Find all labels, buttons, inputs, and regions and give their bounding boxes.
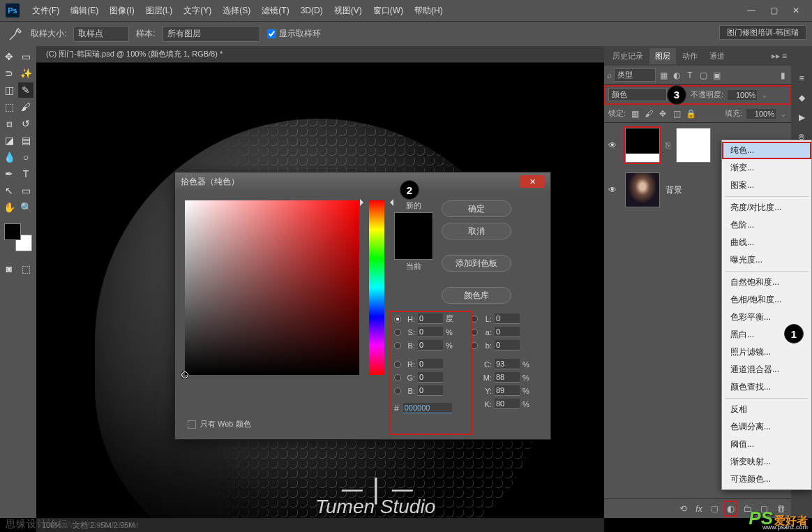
panel-menu-icon[interactable]: ▸▸ ≡ bbox=[772, 51, 787, 61]
field-k[interactable] bbox=[495, 399, 520, 409]
menu-file[interactable]: 文件(F) bbox=[27, 5, 65, 17]
fx-icon[interactable]: fx bbox=[696, 503, 702, 514]
lasso-tool[interactable]: ⊃ bbox=[1, 66, 17, 81]
lock-all-icon[interactable]: 🔒 bbox=[686, 109, 696, 119]
hue-slider-handle[interactable] bbox=[366, 199, 388, 202]
adj-menu-item[interactable]: 亮度/对比度... bbox=[722, 199, 811, 216]
move-tool[interactable]: ✥ bbox=[1, 49, 17, 64]
blur-tool[interactable]: 💧 bbox=[1, 149, 17, 165]
show-ring-input[interactable] bbox=[267, 29, 276, 38]
marquee-tool[interactable]: ▭ bbox=[18, 49, 33, 64]
layer-mask-thumb[interactable] bbox=[676, 128, 711, 163]
collapsed-icon-3[interactable]: ▶ bbox=[795, 110, 809, 124]
mask-icon[interactable]: ◻ bbox=[711, 503, 719, 514]
field-y[interactable] bbox=[495, 385, 520, 396]
tab-history[interactable]: 历史记录 bbox=[607, 48, 649, 64]
collapsed-icon-1[interactable]: ≡ bbox=[795, 71, 809, 85]
opacity-field[interactable] bbox=[728, 90, 757, 100]
hand-tool[interactable]: ✋ bbox=[1, 200, 17, 215]
adj-menu-item[interactable]: 阈值... bbox=[722, 436, 811, 453]
web-only-checkbox[interactable]: 只有 Web 颜色 bbox=[188, 419, 251, 429]
menu-select[interactable]: 选择(S) bbox=[217, 5, 256, 17]
filter-smart-icon[interactable]: ▣ bbox=[711, 70, 722, 81]
shape-tool[interactable]: ▭ bbox=[18, 183, 33, 198]
pen-tool[interactable]: ✒ bbox=[1, 166, 17, 182]
lock-position-icon[interactable]: ✥ bbox=[658, 109, 668, 119]
field-lab-b[interactable] bbox=[495, 340, 520, 350]
sample-size-select[interactable]: 取样点 bbox=[73, 26, 129, 42]
adj-menu-item[interactable]: 色调分离... bbox=[722, 418, 811, 436]
preview-box[interactable] bbox=[394, 212, 433, 260]
adj-menu-item[interactable]: 色彩平衡... bbox=[722, 309, 811, 326]
saturation-value-box[interactable] bbox=[185, 200, 359, 375]
hue-slider[interactable] bbox=[369, 200, 384, 375]
filter-type-icon[interactable]: T bbox=[684, 70, 696, 81]
adj-menu-item[interactable]: 自然饱和度... bbox=[722, 274, 811, 291]
adj-menu-item[interactable]: 渐变... bbox=[722, 159, 811, 177]
menu-help[interactable]: 帮助(H) bbox=[409, 5, 449, 17]
crop-tool[interactable]: ◫ bbox=[1, 82, 17, 98]
adj-menu-item[interactable]: 曝光度... bbox=[722, 251, 811, 269]
adj-menu-item[interactable]: 照片滤镜... bbox=[722, 343, 811, 361]
collapsed-icon-2[interactable]: ◆ bbox=[795, 91, 809, 105]
gradient-tool[interactable]: ▤ bbox=[18, 133, 33, 148]
menu-type[interactable]: 文字(Y) bbox=[178, 5, 217, 17]
sample-select[interactable]: 所有图层 bbox=[163, 26, 260, 42]
filter-pixel-icon[interactable]: ▦ bbox=[658, 70, 669, 81]
layer-thumb-bg[interactable] bbox=[625, 172, 660, 207]
adj-menu-item[interactable]: 纯色... bbox=[722, 142, 811, 159]
filter-shape-icon[interactable]: ▢ bbox=[698, 70, 709, 81]
type-tool[interactable]: T bbox=[18, 166, 33, 182]
blend-mode-select[interactable]: 颜色 bbox=[608, 88, 667, 101]
filter-toggle-icon[interactable]: ▮ bbox=[777, 70, 788, 81]
eraser-tool[interactable]: ◪ bbox=[1, 133, 17, 148]
web-only-box[interactable] bbox=[188, 420, 196, 429]
fg-bg-colors[interactable] bbox=[4, 223, 32, 251]
wand-tool[interactable]: ✨ bbox=[18, 66, 33, 81]
adj-menu-item[interactable]: 通道混合器... bbox=[722, 361, 811, 378]
visibility-icon[interactable]: 👁 bbox=[608, 140, 619, 150]
patch-tool[interactable]: ⬚ bbox=[1, 99, 17, 114]
adj-menu-item[interactable]: 可选颜色... bbox=[722, 471, 811, 488]
zoom-tool[interactable]: 🔍 bbox=[18, 200, 33, 215]
menu-3d[interactable]: 3D(D) bbox=[295, 6, 329, 15]
eyedropper-tool[interactable]: ✎ bbox=[18, 82, 33, 98]
lock-transparent-icon[interactable]: ▦ bbox=[630, 109, 640, 119]
lock-pixel-icon[interactable]: 🖌 bbox=[644, 109, 654, 119]
adj-menu-item[interactable]: 颜色查找... bbox=[722, 378, 811, 396]
dodge-tool[interactable]: ○ bbox=[18, 149, 33, 165]
ok-button[interactable]: 确定 bbox=[442, 200, 511, 217]
layer-thumb-fill[interactable] bbox=[625, 128, 660, 163]
workspace-name[interactable]: 图门修图培训-韩国瑞 bbox=[719, 25, 806, 40]
adj-menu-item[interactable]: 色相/饱和度... bbox=[722, 291, 811, 309]
document-tab[interactable]: (C) 图门-韩国瑞.psd @ 100% (颜色填充 1, RGB/8) * bbox=[36, 46, 604, 63]
menu-window[interactable]: 窗口(W) bbox=[368, 5, 409, 17]
adj-menu-item[interactable]: 渐变映射... bbox=[722, 453, 811, 471]
adj-menu-item[interactable]: 图案... bbox=[722, 177, 811, 194]
tab-actions[interactable]: 动作 bbox=[677, 48, 703, 64]
link-layers-icon[interactable]: ⟲ bbox=[679, 503, 687, 514]
field-c[interactable] bbox=[495, 359, 520, 369]
field-l[interactable] bbox=[495, 313, 520, 324]
fill-field[interactable] bbox=[746, 109, 776, 119]
filter-adjust-icon[interactable]: ◐ bbox=[671, 70, 682, 81]
adj-menu-item[interactable]: 反相 bbox=[722, 401, 811, 418]
close-button[interactable]: ✕ bbox=[785, 3, 806, 17]
add-swatch-button[interactable]: 添加到色板 bbox=[442, 255, 511, 272]
quickmask-tool[interactable]: ◙ bbox=[1, 261, 17, 276]
lock-artboard-icon[interactable]: ◫ bbox=[672, 109, 682, 119]
stamp-tool[interactable]: ⧈ bbox=[1, 116, 17, 131]
minimize-button[interactable]: — bbox=[741, 3, 762, 17]
field-m[interactable] bbox=[495, 372, 520, 383]
dialog-title-bar[interactable]: 拾色器（纯色） ✕ bbox=[175, 172, 550, 191]
cancel-button[interactable]: 取消 bbox=[442, 223, 511, 239]
menu-image[interactable]: 图像(I) bbox=[104, 5, 140, 17]
link-icon[interactable]: ⎘ bbox=[666, 140, 670, 150]
tab-channels[interactable]: 通道 bbox=[704, 48, 730, 64]
layer-filter-select[interactable]: 类型 bbox=[614, 68, 656, 82]
adjustment-layer-icon[interactable]: ◐ bbox=[727, 503, 735, 514]
menu-edit[interactable]: 编辑(E) bbox=[65, 5, 104, 17]
path-tool[interactable]: ↖ bbox=[1, 183, 17, 198]
maximize-button[interactable]: ▢ bbox=[763, 3, 784, 17]
color-libraries-button[interactable]: 颜色库 bbox=[442, 287, 511, 304]
